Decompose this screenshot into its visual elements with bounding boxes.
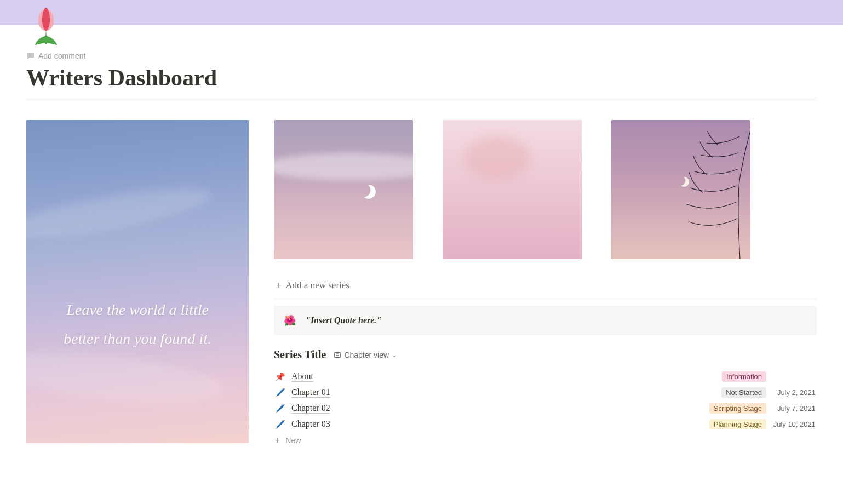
database-title[interactable]: Series Title: [274, 348, 326, 361]
view-label: Chapter view: [344, 351, 389, 359]
gallery-image-3[interactable]: [611, 120, 750, 259]
status-badge: Information: [722, 371, 766, 382]
pen-icon: 🖊️: [275, 388, 285, 398]
row-date: July 2, 2021: [773, 388, 816, 397]
tree-silhouette: [668, 120, 750, 259]
list-item[interactable]: 🖊️Chapter 02Scripting StageJuly 7, 2021: [274, 400, 817, 416]
quote-callout[interactable]: 🌺 "Insert Quote here.": [274, 306, 817, 335]
status-badge: Planning Stage: [709, 419, 766, 429]
page-icon-tulip[interactable]: [26, 5, 66, 45]
row-date: July 7, 2021: [773, 404, 816, 413]
gallery-row: [274, 120, 817, 259]
new-row-button[interactable]: + New: [274, 432, 817, 449]
page-title[interactable]: Writers Dashboard: [26, 65, 817, 91]
add-series-label: Add a new series: [285, 280, 349, 291]
list-item[interactable]: 🖊️Chapter 03Planning StageJuly 10, 2021: [274, 416, 817, 432]
chevron-down-icon: ⌄: [392, 351, 397, 359]
list-icon: [334, 351, 341, 359]
hibiscus-icon: 🌺: [284, 314, 296, 327]
divider: [26, 98, 817, 98]
list-item[interactable]: 🖊️Chapter 01Not StartedJuly 2, 2021: [274, 385, 817, 400]
gallery-image-2[interactable]: [443, 120, 582, 259]
chapter-list: 📌AboutInformation🖊️Chapter 01Not Started…: [274, 369, 817, 432]
row-date: July 10, 2021: [773, 420, 816, 428]
plus-icon: +: [276, 280, 281, 290]
gallery-image-1[interactable]: [274, 120, 413, 259]
hero-quote-image[interactable]: Leave the world a little better than you…: [26, 120, 249, 443]
pushpin-icon: 📌: [275, 372, 285, 382]
hero-quote-text: Leave the world a little better than you…: [26, 295, 249, 353]
callout-text: "Insert Quote here.": [306, 316, 381, 325]
status-badge: Not Started: [721, 387, 766, 398]
plus-icon: +: [275, 436, 280, 445]
svg-rect-0: [335, 352, 341, 357]
row-title[interactable]: Chapter 03: [291, 419, 330, 429]
row-title[interactable]: About: [291, 371, 313, 382]
row-title[interactable]: Chapter 02: [291, 403, 330, 414]
add-series-button[interactable]: + Add a new series: [274, 272, 817, 299]
comment-icon: [26, 51, 35, 60]
row-title[interactable]: Chapter 01: [291, 387, 330, 398]
view-selector[interactable]: Chapter view ⌄: [334, 351, 397, 359]
add-comment-label: Add comment: [38, 51, 85, 60]
pen-icon: 🖊️: [275, 420, 285, 429]
list-item[interactable]: 📌AboutInformation: [274, 369, 817, 385]
pen-icon: 🖊️: [275, 404, 285, 414]
status-badge: Scripting Stage: [709, 403, 766, 414]
cover-banner[interactable]: [0, 0, 843, 25]
add-comment-button[interactable]: Add comment: [26, 51, 817, 60]
new-label: New: [285, 436, 301, 445]
